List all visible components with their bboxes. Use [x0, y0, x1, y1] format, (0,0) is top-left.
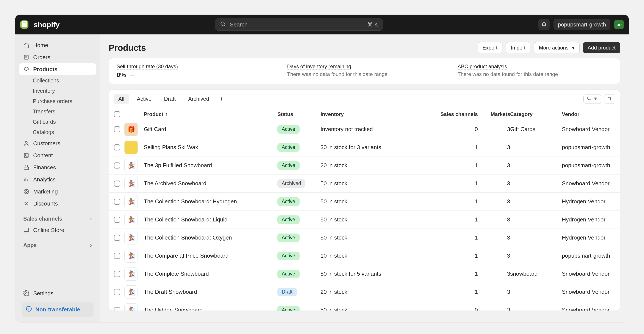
status-badge: Active: [278, 161, 300, 170]
table-row[interactable]: 🏂The Collection Snowboard: OxygenActive5…: [109, 229, 620, 247]
row-checkbox[interactable]: [114, 235, 120, 241]
product-name[interactable]: The Collection Snowboard: Liquid: [144, 216, 278, 223]
row-checkbox[interactable]: [114, 144, 120, 151]
col-category[interactable]: Category: [510, 111, 562, 117]
table-row[interactable]: 🏂The Draft SnowboardDraft20 in stock13Sn…: [109, 283, 620, 301]
sidebar-item-content[interactable]: Content: [19, 149, 96, 162]
sidebar-item-discounts[interactable]: Discounts: [19, 197, 96, 210]
product-thumbnail[interactable]: 🏂: [124, 249, 138, 263]
status-badge: Draft: [278, 288, 297, 296]
product-thumbnail[interactable]: 🎁: [124, 123, 138, 136]
product-thumbnail[interactable]: 🏂: [124, 285, 138, 299]
col-inventory[interactable]: Inventory: [320, 111, 428, 117]
svg-rect-6: [24, 167, 29, 170]
row-checkbox[interactable]: [114, 199, 120, 205]
search-input[interactable]: Search ⌘ K: [215, 18, 383, 30]
product-name[interactable]: Selling Plans Ski Wax: [144, 144, 278, 151]
tab-archived[interactable]: Archived: [184, 94, 214, 104]
tab-active[interactable]: Active: [132, 94, 156, 104]
product-name[interactable]: The Draft Snowboard: [144, 289, 278, 295]
product-thumbnail[interactable]: 🏂: [124, 195, 138, 208]
table-row[interactable]: 🎁Gift CardActiveInventory not tracked03G…: [109, 120, 620, 138]
col-status[interactable]: Status: [278, 111, 320, 117]
row-checkbox[interactable]: [114, 307, 120, 311]
product-name[interactable]: The Collection Snowboard: Hydrogen: [144, 198, 278, 205]
row-checkbox[interactable]: [114, 163, 120, 168]
row-checkbox[interactable]: [114, 217, 120, 223]
table-row[interactable]: 🏂The Collection Snowboard: HydrogenActiv…: [109, 192, 620, 210]
notifications-button[interactable]: [538, 19, 550, 30]
chevron-right-icon[interactable]: ›: [90, 216, 92, 222]
sidebar-item-analytics[interactable]: Analytics: [19, 173, 96, 185]
table-row[interactable]: 🏂The Complete SnowboardActive50 in stock…: [109, 265, 620, 283]
product-name[interactable]: The Archived Snowboard: [144, 180, 278, 187]
table-row[interactable]: 🏂The 3p Fulfilled SnowboardActive20 in s…: [109, 156, 620, 174]
select-all-checkbox[interactable]: [114, 111, 120, 117]
product-name[interactable]: The Complete Snowboard: [144, 271, 278, 277]
row-checkbox[interactable]: [114, 289, 120, 295]
sidebar-item-home[interactable]: Home: [19, 39, 96, 51]
table-row[interactable]: 🏂The Collection Snowboard: LiquidActive5…: [109, 210, 620, 229]
table-row[interactable]: 🏂The Compare at Price SnowboardActive10 …: [109, 247, 620, 265]
finances-icon: [23, 165, 29, 170]
table-row[interactable]: 🏂The Archived SnowboardArchived50 in sto…: [109, 174, 620, 192]
product-name[interactable]: The Compare at Price Snowboard: [144, 252, 278, 259]
import-button[interactable]: Import: [506, 42, 530, 53]
sidebar-sub-inventory[interactable]: Inventory: [19, 86, 96, 96]
tab-draft[interactable]: Draft: [159, 94, 180, 104]
add-product-button[interactable]: Add product: [583, 42, 620, 53]
more-actions-button[interactable]: More actions ▾: [534, 42, 579, 53]
product-thumbnail[interactable]: 🏂: [124, 231, 138, 244]
sidebar-item-online-store[interactable]: Online Store: [19, 224, 96, 236]
sort-button[interactable]: [604, 94, 615, 104]
product-thumbnail[interactable]: 🏂: [124, 213, 138, 226]
product-name[interactable]: The Hidden Snowboard: [144, 307, 278, 311]
sidebar-sub-catalogs[interactable]: Catalogs: [19, 127, 96, 137]
col-markets[interactable]: Markets: [490, 111, 510, 117]
sidebar-sub-transfers[interactable]: Transfers: [19, 106, 96, 117]
sidebar-item-settings[interactable]: Settings: [19, 287, 96, 299]
table-body[interactable]: 🎁Gift CardActiveInventory not tracked03G…: [109, 120, 620, 311]
table-row[interactable]: 🏂The Hidden SnowboardActive50 in stock03…: [109, 301, 620, 311]
markets-cell: 3: [507, 126, 510, 133]
tab-all[interactable]: All: [114, 94, 129, 104]
product-thumbnail[interactable]: 🏂: [124, 177, 138, 190]
store-switcher[interactable]: popupsmart-growth: [554, 19, 610, 30]
stat-sell-through[interactable]: Sell-through rate (30 days) 0% —: [109, 58, 279, 84]
sidebar-item-finances[interactable]: Finances: [19, 162, 96, 173]
row-checkbox[interactable]: [114, 253, 120, 259]
row-checkbox[interactable]: [114, 126, 120, 132]
product-thumbnail[interactable]: 🏂: [124, 159, 138, 172]
sidebar-sub-gift-cards[interactable]: Gift cards: [19, 117, 96, 127]
sidebar-item-products[interactable]: Products: [19, 63, 96, 75]
col-product[interactable]: Product ↑: [144, 111, 278, 117]
sidebar-item-customers[interactable]: Customers: [19, 137, 96, 149]
tab-add-view[interactable]: +: [217, 94, 226, 104]
product-name[interactable]: The 3p Fulfilled Snowboard: [144, 162, 278, 169]
product-thumbnail[interactable]: 🏂: [124, 304, 138, 311]
product-thumbnail[interactable]: [124, 141, 138, 154]
product-name[interactable]: Gift Card: [144, 126, 278, 133]
home-icon: [23, 42, 29, 48]
avatar[interactable]: po: [614, 20, 624, 29]
stat-abc[interactable]: ABC product analysis There was no data f…: [450, 58, 620, 84]
product-thumbnail[interactable]: 🏂: [124, 267, 138, 281]
col-vendor[interactable]: Vendor: [562, 111, 620, 117]
sidebar-item-orders[interactable]: Orders: [19, 51, 96, 63]
logo-mark[interactable]: [20, 20, 28, 29]
sidebar-item-marketing[interactable]: Marketing: [19, 185, 96, 197]
trial-banner[interactable]: Non-transferable: [22, 302, 94, 317]
chevron-right-icon[interactable]: ›: [90, 242, 92, 248]
export-button[interactable]: Export: [478, 42, 502, 53]
stat-days-inventory[interactable]: Days of inventory remaining There was no…: [279, 58, 450, 84]
col-sales-channels[interactable]: Sales channels: [440, 111, 478, 117]
row-checkbox[interactable]: [114, 180, 120, 186]
sidebar-sub-purchase-orders[interactable]: Purchase orders: [19, 96, 96, 106]
sidebar-sub-collections[interactable]: Collections: [19, 75, 96, 86]
table-row[interactable]: Selling Plans Ski WaxActive30 in stock f…: [109, 138, 620, 156]
product-name[interactable]: The Collection Snowboard: Oxygen: [144, 234, 278, 241]
search-filter-button[interactable]: [584, 94, 601, 104]
online-store-icon: [23, 227, 29, 233]
svg-line-16: [590, 99, 591, 100]
row-checkbox[interactable]: [114, 271, 120, 277]
